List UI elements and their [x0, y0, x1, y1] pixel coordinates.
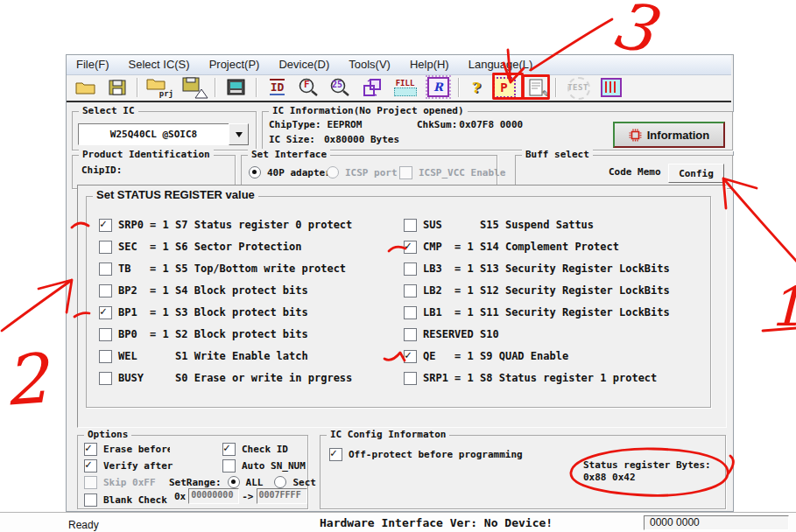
erase-before-label: Erase before	[103, 444, 170, 455]
qe-checkbox[interactable]	[404, 350, 417, 363]
r-label: R	[433, 80, 443, 94]
wel-checkbox	[99, 350, 112, 363]
prj-label: prj	[159, 89, 173, 98]
register-row-bp0: BP0 = 1 S2 Block protect bits	[99, 326, 308, 343]
lb1-checkbox[interactable]	[404, 306, 417, 319]
toolbar-separator	[555, 78, 557, 97]
annotation-underline-1	[763, 328, 796, 331]
buffer-edit-icon[interactable]	[224, 76, 248, 98]
cmp-checkbox[interactable]	[404, 241, 417, 254]
srp1-checkbox[interactable]	[404, 372, 417, 385]
program-chip-icon[interactable]: P	[492, 76, 516, 98]
menu-language[interactable]: Language(L)	[459, 55, 543, 74]
set-range-label: SetRange:	[169, 477, 222, 488]
toolbar-separator	[458, 78, 460, 97]
options-group: Options Erase before Check ID Verify aft…	[77, 435, 308, 509]
lb3-label: LB3 = 1 S13 Security Register LockBits	[423, 262, 670, 275]
ic-size-label: IC Size:	[269, 134, 315, 145]
bp2-checkbox[interactable]	[99, 284, 112, 298]
compare-buffer-icon[interactable]	[360, 76, 384, 98]
help-icon[interactable]: ?	[468, 76, 485, 98]
lb2-label: LB2 = 1 S12 Security Register LockBits	[423, 284, 670, 297]
bp1-checkbox[interactable]	[99, 306, 112, 319]
ic-config-title: IC Config Informaton	[327, 429, 449, 441]
menu-file[interactable]: File(F)	[67, 55, 119, 74]
menu-bar: File(F) Select IC(S) Project(P) Device(D…	[67, 55, 731, 75]
reserved-label: RESERVED S10	[423, 328, 499, 340]
burn-chip-icon[interactable]	[599, 76, 623, 98]
icsp-radio-row: ICSP port	[327, 164, 398, 180]
icsp-label: ICSP port	[345, 167, 398, 178]
menu-tools[interactable]: Tools(V)	[339, 55, 400, 74]
read-chip-icon[interactable]: R	[426, 76, 450, 98]
program-chip-body: P	[493, 77, 516, 98]
srp0-checkbox[interactable]	[99, 219, 112, 232]
range-sect-radio[interactable]	[274, 476, 286, 488]
ic-combo-display[interactable]: W25Q40CL @SOIC8	[78, 123, 229, 145]
auto-sn-checkbox[interactable]	[222, 459, 236, 472]
status-bytes-label: Status register Bytes:	[583, 459, 711, 471]
open-file-icon[interactable]	[74, 76, 97, 98]
check-id-checkbox[interactable]	[222, 443, 236, 456]
status-ready: Ready	[68, 519, 99, 531]
fill-buffer-icon[interactable]: FILL	[391, 76, 419, 98]
menu-project[interactable]: Project(P)	[200, 55, 270, 74]
tab-code-memo[interactable]: Code Memo	[609, 166, 661, 178]
register-row-wel: WEL S1 Write Enable latch	[99, 347, 308, 365]
toolbar-separator	[256, 78, 257, 97]
lb3-checkbox[interactable]	[404, 262, 417, 276]
off-protect-checkbox[interactable]	[329, 448, 342, 461]
register-row-sus: SUS S15 Suspend Sattus	[404, 216, 594, 234]
sec-checkbox[interactable]	[99, 241, 112, 254]
adapter-radio[interactable]	[249, 166, 261, 178]
range-sect-label: Sect	[292, 477, 316, 488]
zoom-25-icon[interactable]: 25	[328, 76, 352, 98]
edit-config-icon[interactable]	[524, 76, 547, 98]
cmp-label: CMP = 1 S14 Complement Protect	[423, 241, 619, 253]
register-row-tb: TB = 1 S5 Top/Bottom write protect	[99, 260, 346, 277]
register-row-bp2: BP2 = 1 S4 Block protect bits	[99, 282, 308, 299]
register-row-lb3: LB3 = 1 S13 Security Register LockBits	[404, 260, 670, 277]
wel-label: WEL S1 Write Enable latch	[118, 350, 308, 362]
tab-config[interactable]: Config	[668, 164, 724, 183]
chksum-row: ChkSum: 0x07F8 0000	[417, 116, 523, 132]
zoom-25-label: 25	[332, 80, 342, 89]
ic-combo-dropdown-button[interactable]	[229, 123, 249, 145]
test-chip-icon[interactable]: TEST	[565, 76, 591, 98]
icsp-vcc-label: ICSP_VCC Enable	[419, 167, 505, 178]
tb-checkbox[interactable]	[99, 262, 112, 276]
erase-before-checkbox[interactable]	[84, 443, 97, 456]
register-row-qe: QE = 1 S9 QUAD Enable	[404, 347, 568, 365]
blank-check-label: Blank Check	[103, 494, 167, 506]
blank-check-checkbox[interactable]	[84, 494, 97, 507]
save-file-icon[interactable]	[105, 76, 129, 98]
menu-select-ic[interactable]: Select IC(S)	[119, 55, 200, 74]
lb2-checkbox[interactable]	[404, 284, 417, 298]
open-project-icon[interactable]: prj	[146, 76, 173, 98]
bp0-checkbox[interactable]	[99, 328, 112, 341]
find-f-icon[interactable]: F	[297, 76, 321, 98]
verify-after-checkbox[interactable]	[84, 459, 97, 472]
range-row: 0x 00000000 -> 0007FFFF	[174, 488, 307, 504]
register-row-busy: BUSY S0 Erase or write in prgress	[99, 369, 352, 387]
adapter-radio-row: 40P adapter	[249, 164, 331, 180]
annotation-arrow-2	[2, 280, 72, 331]
busy-label: BUSY S0 Erase or write in prgress	[118, 372, 352, 384]
menu-help[interactable]: Help(H)	[400, 55, 459, 74]
status-bytes-value: 0x88 0x42	[583, 472, 636, 483]
auto-sn-label: Auto SN_NUM	[242, 460, 306, 472]
information-button[interactable]: Information	[613, 122, 725, 148]
select-ic-title: Select IC	[79, 105, 138, 117]
test-label: TEST	[567, 83, 588, 92]
menu-device[interactable]: Device(D)	[269, 55, 339, 74]
save-project-icon[interactable]	[181, 76, 207, 98]
range-all-radio[interactable]	[228, 476, 240, 488]
ic-config-group: IC Config Informaton Off-protect before …	[320, 435, 726, 509]
check-id-icon[interactable]: ID	[265, 76, 289, 98]
check-id-row: Check ID	[222, 441, 288, 457]
burn-stripes	[605, 81, 617, 93]
bp1-label: BP1 = 1 S3 Block protect bits	[118, 306, 308, 318]
busy-checkbox	[99, 372, 112, 385]
skip-ff-label: Skip 0xFF	[103, 477, 156, 488]
srp1-label: SRP1 = 1 S8 Status register 1 protect	[423, 372, 657, 384]
